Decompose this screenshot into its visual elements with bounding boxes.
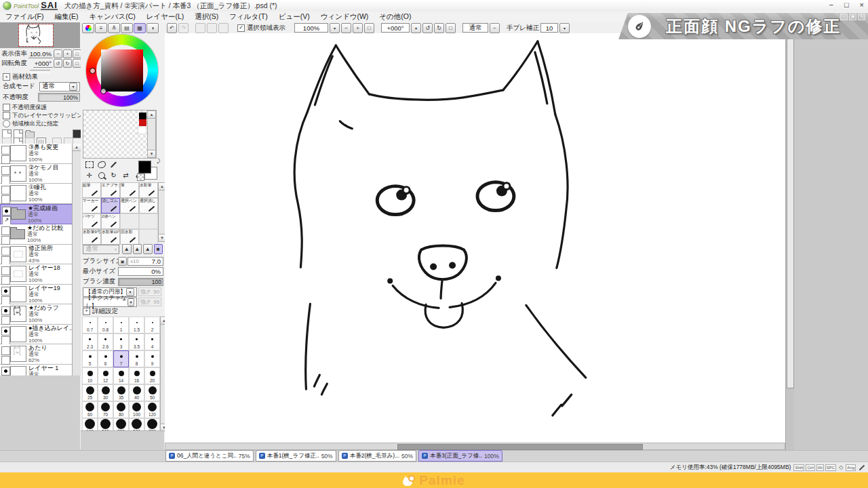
canvas-zoom-out-button[interactable]: − [341,23,351,33]
horizontal-scrollbar[interactable] [165,443,785,450]
blend-mode-select[interactable]: 通常 ▾ [39,82,80,92]
selection-tool-button-3[interactable] [218,23,229,33]
stroke-shape-2[interactable]: ▲ [133,244,142,254]
canvas-rotate-right-button[interactable]: ↻ [434,23,444,33]
layer-row[interactable]: あたり通常62% [0,344,80,365]
scratchpad-icon[interactable]: ◑ [146,23,159,33]
layer-row[interactable]: 修正箇所通常43% [0,245,80,265]
angle-dropdown-icon[interactable]: ▾ [411,23,421,33]
layer-row[interactable]: ★だめと比較通常100% [0,224,80,245]
visibility-toggle[interactable] [1,247,10,256]
sampling-mode-field[interactable]: 通常 [462,23,488,33]
sampling-mode-button[interactable]: − [490,23,500,33]
horizontal-scroll-thumb[interactable] [397,444,643,450]
menu-item-5[interactable]: 選択(S) [189,12,224,22]
visibility-toggle[interactable] [1,327,10,336]
layer-row[interactable]: ↗★完成線画通常100% [0,204,80,225]
brush-2[interactable]: エアブラシ [101,182,120,198]
brush-size-100[interactable]: 100 [129,401,144,418]
visibility-toggle[interactable] [1,266,10,275]
brush-8[interactable]: 選択消し [139,198,158,214]
layer-row[interactable]: レイヤー18通常100% [0,264,80,285]
layer-extra-toggle[interactable] [1,296,10,305]
brush-size-0.7[interactable]: 0.7 [82,317,98,333]
scratch-white-swatch[interactable] [138,126,146,134]
brush-13[interactable]: 水彩筆9号 [82,229,101,245]
sv-marker[interactable] [100,88,106,94]
brush-1[interactable]: 鉛筆 [82,182,101,198]
brush-size-6[interactable]: 6 [98,350,113,367]
scratchpad-area[interactable]: ▲ ▼ [83,110,157,159]
move-tool-icon[interactable]: ✛ [84,170,94,180]
visibility-toggle[interactable] [2,207,11,216]
hue-marker[interactable] [90,68,96,74]
canvas-zoom-in-button[interactable]: + [353,23,363,33]
selection-visibility-checkbox[interactable]: ✓ [237,24,245,32]
rotate-tool-icon[interactable]: ↻ [108,170,119,180]
brush-5[interactable]: マーカー [82,198,101,214]
canvas[interactable] [165,33,785,443]
stabilizer-dropdown-icon[interactable]: ▾ [559,23,570,33]
layer-row[interactable]: ★だめラフ通常100% [0,304,80,325]
angle-value[interactable]: +000° [33,60,53,68]
brush-size-4[interactable]: 4 [144,333,160,350]
brush-size-2.3[interactable]: 2.3 [82,333,98,350]
visibility-toggle[interactable] [1,367,10,375]
brush-size-8[interactable]: 8 [129,350,144,367]
chevron-down-icon[interactable]: ▾ [127,298,134,306]
brush-size-10[interactable]: 10 [82,367,98,384]
layer-extra-toggle[interactable] [1,356,10,365]
brush-size-60[interactable]: 60 [82,401,98,418]
brush-size-2.6[interactable]: 2.6 [98,333,113,350]
menu-item-2[interactable]: 編集(E) [49,12,83,22]
brush-size-16[interactable]: 16 [129,367,144,384]
brush-size-1[interactable]: 1 [113,317,129,333]
selection-tool-button-1[interactable] [195,23,205,33]
vertical-scrollbar[interactable] [785,33,794,450]
brush-size-35[interactable]: 35 [113,384,129,401]
zoom-value[interactable]: 100.0% [28,50,53,58]
brush-size-0.8[interactable]: 0.8 [98,317,113,333]
brush-size-14[interactable]: 14 [113,367,129,384]
menu-item-1[interactable]: ファイル(F) [0,12,49,22]
brush-4[interactable]: 水彩筆 [139,182,158,198]
menu-item-3[interactable]: キャンバス(C) [83,12,140,22]
layer-list-scrollbar[interactable]: ▲ [72,144,81,375]
document-tab-3[interactable]: P本番2(横_毛並み)...50% [338,450,416,462]
magic-wand-icon[interactable] [108,159,119,169]
brush-6[interactable]: 消しゴム [101,198,120,214]
lasso-icon[interactable] [96,159,106,169]
layer-extra-toggle[interactable] [1,176,10,184]
visibility-toggle[interactable] [1,226,10,235]
brush-size-25[interactable]: 25 [82,384,98,401]
hsv-slider-icon[interactable]: ≛ [108,23,120,33]
brush-size-50[interactable]: 50 [144,384,160,401]
document-tab-2[interactable]: P本番1(横_ラフ修正..50% [256,450,336,462]
min-size-field[interactable]: 0% [118,267,163,276]
brush-size-7[interactable]: 7 [113,350,129,367]
expand-effect-icon[interactable]: + [3,73,10,81]
brush-7[interactable]: 選択ペン [120,198,139,214]
saturation-value-square[interactable] [101,49,143,92]
zoom-tool-icon[interactable] [96,170,106,180]
brush-9[interactable]: バケツ [82,214,101,229]
swap-colors-icon[interactable]: ⤸ [157,158,160,165]
brush-size-3.5[interactable]: 3.5 [129,333,144,350]
brush-3[interactable]: 筆 [120,182,139,198]
stroke-shape-1[interactable]: ▲ [122,244,132,254]
navigator-preview[interactable] [0,22,80,48]
density-slider[interactable]: 100 [118,278,163,286]
zoom-dropdown-icon[interactable]: ▾ [330,23,340,33]
canvas-zoom-reset-button[interactable]: □ [364,23,374,33]
brush-size-120[interactable]: 120 [144,401,160,418]
transparent-color[interactable] [137,174,144,181]
brush-size-30[interactable]: 30 [98,384,113,401]
brush-size-12[interactable]: 12 [98,367,113,384]
scratch-red-swatch[interactable] [139,119,146,126]
foreground-color[interactable] [138,161,151,174]
scroll-up-icon[interactable]: ▲ [148,111,155,119]
layer-extra-toggle[interactable]: ↗ [2,216,11,225]
menu-item-6[interactable]: フィルタ(T) [224,12,273,22]
canvas-rotate-left-button[interactable]: ↺ [422,23,433,33]
expand-detail-icon[interactable]: + [83,308,90,315]
